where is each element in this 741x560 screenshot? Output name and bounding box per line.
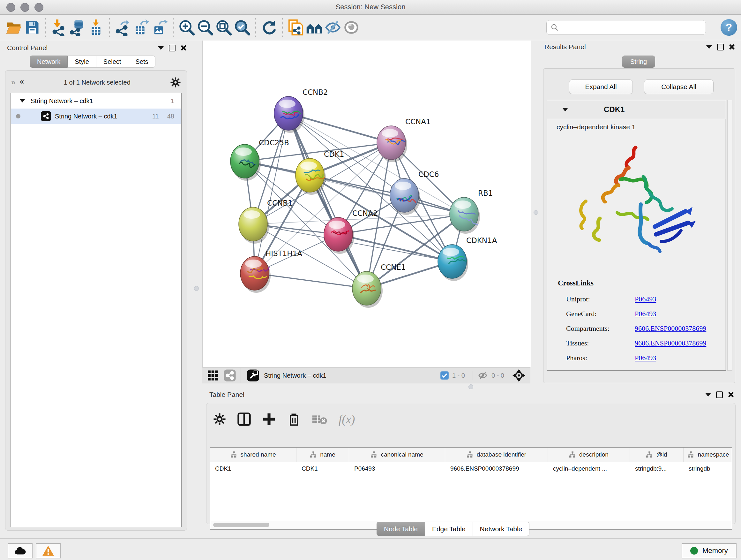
search-icon bbox=[550, 23, 559, 32]
main-toolbar: ? bbox=[0, 15, 741, 40]
float-panel-icon[interactable] bbox=[716, 391, 723, 398]
zoom-selected-button[interactable] bbox=[233, 17, 252, 38]
hide-selected-button[interactable] bbox=[324, 17, 342, 38]
table-cell[interactable]: CDK1 bbox=[210, 465, 296, 472]
table-settings-gear-icon[interactable] bbox=[213, 413, 226, 426]
network-row-selected[interactable]: String Network – cdk1 11 48 bbox=[11, 109, 181, 124]
network-node-HIST1H1A[interactable]: HIST1H1A bbox=[240, 249, 302, 293]
tab-node-table[interactable]: Node Table bbox=[377, 522, 425, 536]
float-panel-icon[interactable] bbox=[169, 45, 176, 51]
float-panel-icon[interactable] bbox=[717, 44, 724, 51]
panel-menu-icon[interactable] bbox=[706, 45, 712, 49]
table-cell[interactable]: 9606.ENSP00000378699 bbox=[445, 465, 548, 472]
node-table[interactable]: shared namenamecanonical namedatabase id… bbox=[210, 447, 732, 530]
crosslink-link[interactable]: P06493 bbox=[635, 354, 656, 362]
tab-edge-table[interactable]: Edge Table bbox=[425, 522, 473, 536]
warnings-button[interactable] bbox=[36, 543, 61, 558]
save-session-button[interactable] bbox=[23, 17, 42, 38]
expand-all-button[interactable]: Expand All bbox=[569, 79, 633, 94]
gear-icon[interactable] bbox=[170, 77, 181, 88]
results-scrollbar[interactable] bbox=[727, 100, 732, 371]
table-cell[interactable]: cyclin–dependent ... bbox=[548, 465, 630, 472]
grid-view-icon[interactable] bbox=[207, 370, 218, 381]
crosslink-link[interactable]: P06493 bbox=[635, 295, 656, 303]
network-share-icon[interactable] bbox=[223, 369, 236, 382]
expand-all-networks-icon[interactable]: » bbox=[20, 78, 24, 86]
export-table-button[interactable] bbox=[132, 17, 151, 38]
tab-select[interactable]: Select bbox=[96, 56, 129, 68]
table-row[interactable]: CDK1CDK1P064939606.ENSP00000378699cyclin… bbox=[210, 462, 732, 476]
clone-network-button[interactable] bbox=[286, 17, 305, 38]
tab-network-table[interactable]: Network Table bbox=[473, 522, 530, 536]
table-cell[interactable]: P06493 bbox=[349, 465, 445, 472]
column-header-shared-name[interactable]: shared name bbox=[210, 448, 296, 462]
table-cell[interactable]: stringdb:9... bbox=[630, 465, 684, 472]
crosslink-link[interactable]: 9606.ENSP00000378699 bbox=[635, 324, 706, 332]
crosslink-link[interactable]: P06493 bbox=[635, 310, 656, 318]
network-node-RB1[interactable]: RB1 bbox=[450, 189, 493, 234]
zoom-out-button[interactable] bbox=[196, 17, 214, 38]
column-header--id[interactable]: @id bbox=[630, 448, 684, 462]
close-panel-icon[interactable] bbox=[181, 45, 186, 51]
column-header-name[interactable]: name bbox=[296, 448, 349, 462]
close-panel-icon[interactable] bbox=[729, 44, 735, 50]
import-table-button[interactable] bbox=[87, 17, 105, 38]
tab-style[interactable]: Style bbox=[68, 56, 96, 68]
column-header-namespace[interactable]: namespace bbox=[684, 448, 732, 462]
scrollbar-thumb[interactable] bbox=[213, 523, 269, 527]
birdseye-view-icon[interactable] bbox=[247, 369, 259, 382]
network-node-CDC25B[interactable]: CDC25B bbox=[230, 138, 289, 181]
crosslink-link[interactable]: 9606.ENSP00000378699 bbox=[635, 339, 706, 347]
tab-network[interactable]: Network bbox=[30, 56, 68, 68]
network-node-CCNE1[interactable]: CCNE1 bbox=[352, 263, 406, 308]
selected-checkbox-icon[interactable] bbox=[440, 371, 449, 380]
network-canvas[interactable]: CCNB2CCNA1CDC25BCDK1CDC6RB1CCNB1CCNA2CDK… bbox=[202, 41, 531, 367]
network-node-CDKN1A[interactable]: CDKN1A bbox=[438, 236, 497, 281]
tab-string[interactable]: String bbox=[622, 56, 655, 68]
collapse-all-button[interactable]: Collapse All bbox=[644, 79, 714, 94]
left-splitter-handle[interactable] bbox=[194, 286, 199, 291]
fit-content-icon[interactable] bbox=[513, 369, 525, 382]
tab-sets[interactable]: Sets bbox=[128, 56, 155, 68]
export-image-button[interactable] bbox=[151, 17, 169, 38]
zoom-in-button[interactable] bbox=[178, 17, 196, 38]
search-input[interactable] bbox=[546, 20, 706, 35]
network-node-CCNA1[interactable]: CCNA1 bbox=[377, 118, 431, 162]
first-neighbors-button[interactable] bbox=[305, 17, 324, 38]
zoom-selected-icon bbox=[233, 19, 251, 36]
memory-button[interactable]: Memory bbox=[682, 543, 737, 558]
hidden-eye-icon bbox=[477, 370, 488, 381]
collapse-all-networks-icon[interactable]: » bbox=[11, 78, 15, 86]
tree-expand-icon[interactable] bbox=[20, 99, 25, 103]
table-cell[interactable]: stringdb bbox=[684, 465, 732, 472]
network-node-CDC6[interactable]: CDC6 bbox=[390, 170, 439, 215]
show-all-button[interactable] bbox=[342, 17, 360, 38]
cloud-status-button[interactable] bbox=[8, 543, 32, 558]
close-panel-icon[interactable] bbox=[728, 392, 734, 397]
help-button[interactable]: ? bbox=[721, 19, 737, 36]
panel-menu-icon[interactable] bbox=[158, 46, 164, 50]
import-database-button[interactable] bbox=[68, 17, 87, 38]
refresh-button[interactable] bbox=[260, 17, 278, 38]
network-collection-row[interactable]: String Network – cdk1 1 bbox=[11, 93, 181, 109]
right-splitter-handle[interactable] bbox=[534, 210, 538, 215]
table-cell[interactable]: CDK1 bbox=[296, 465, 349, 472]
open-session-button[interactable] bbox=[4, 17, 23, 38]
network-graph[interactable]: CCNB2CCNA1CDC25BCDK1CDC6RB1CCNB1CCNA2CDK… bbox=[203, 41, 531, 367]
column-header-database-identifier[interactable]: database identifier bbox=[445, 448, 548, 462]
gene-section-header[interactable]: CDK1 bbox=[547, 100, 726, 119]
delete-column-icon[interactable] bbox=[287, 412, 301, 426]
collapse-section-icon[interactable] bbox=[562, 108, 568, 111]
panel-menu-icon[interactable] bbox=[705, 393, 711, 396]
zoom-fit-button[interactable] bbox=[214, 17, 233, 38]
network-node-CCNA2[interactable]: CCNA2 bbox=[324, 209, 378, 254]
import-network-button[interactable] bbox=[50, 17, 68, 38]
network-node-CCNB2[interactable]: CCNB2 bbox=[274, 88, 328, 133]
show-columns-icon[interactable] bbox=[237, 412, 251, 426]
export-network-button[interactable] bbox=[114, 17, 132, 38]
column-header-canonical-name[interactable]: canonical name bbox=[349, 448, 445, 462]
column-header-description[interactable]: description bbox=[548, 448, 630, 462]
add-column-icon[interactable] bbox=[262, 412, 276, 426]
help-icon: ? bbox=[726, 21, 732, 34]
horizontal-splitter-handle[interactable] bbox=[468, 384, 473, 389]
